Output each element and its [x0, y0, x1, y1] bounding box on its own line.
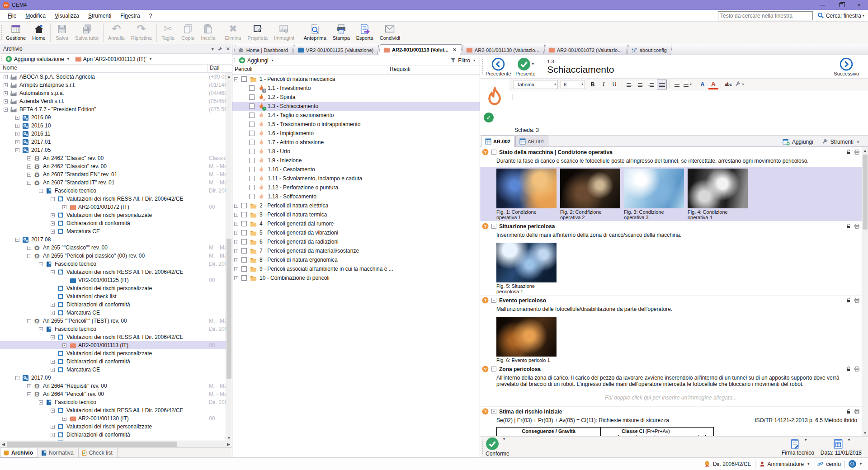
tree-row[interactable]: +Valutazioni dei rischi personalizzate — [0, 423, 232, 431]
evaluation-tab-ar-002[interactable]: AR-002 — [481, 136, 514, 147]
tree-row[interactable]: +Dichiarazioni di conformità — [0, 431, 232, 439]
tree-row[interactable]: +⚙An 2607 "Standard EN" rev. 01M. - Ma — [0, 170, 232, 179]
tree-row[interactable]: −Valutazioni dei rischi RESS All. I Dir.… — [0, 195, 232, 203]
tree-row[interactable]: −⚙An 2664 "Pericoli" rev. 00M. - Ma — [0, 390, 232, 398]
checkbox[interactable] — [241, 203, 247, 208]
pericoli-hazard-row[interactable]: 1.4 - Taglio o sezionamento — [232, 111, 480, 120]
pericoli-folder-row[interactable]: +8 - Pericoli di natura ergonomica — [232, 255, 480, 264]
tree-expander[interactable]: + — [4, 83, 8, 87]
tree-expander[interactable]: − — [234, 77, 238, 81]
bullet-list-button[interactable] — [672, 80, 682, 89]
tree-expander[interactable]: − — [39, 262, 43, 266]
scroll-up-icon[interactable]: ▲ — [226, 73, 232, 80]
scrollbar-thumb[interactable] — [7, 442, 177, 447]
tree-expander[interactable]: + — [27, 164, 31, 169]
align-justify-button[interactable] — [657, 80, 667, 89]
tree-expander[interactable]: − — [51, 409, 55, 413]
description-editor[interactable] — [509, 90, 868, 127]
tree-expander[interactable]: − — [51, 335, 55, 339]
tree-expander[interactable]: + — [27, 384, 31, 388]
successivo-button[interactable]: Successivo — [834, 57, 859, 76]
tree-row[interactable]: −Fascicolo tecnicoDir. 200 — [0, 398, 232, 406]
tree-row[interactable]: −2017.05 — [0, 146, 232, 154]
sidebar-tab-normativa[interactable]: Normativa — [38, 448, 79, 458]
scroll-down-icon[interactable]: ▼ — [226, 435, 232, 441]
scroll-down-icon[interactable]: ▼ — [862, 430, 868, 436]
checkbox[interactable] — [249, 149, 255, 154]
pericoli-hazard-row[interactable]: 1.11 - Scivolamento, inciampo e caduta — [232, 174, 480, 183]
tree-expander[interactable]: − — [27, 254, 31, 258]
data-valutazione-button[interactable]: ▾ Data: 11/01/2018 — [821, 438, 862, 456]
wrench-icon[interactable]: ▾ — [734, 80, 744, 89]
pericoli-hazard-row[interactable]: ?1.1 - Investimento — [232, 84, 480, 93]
align-left-button[interactable] — [624, 80, 634, 89]
checkbox[interactable] — [241, 275, 247, 281]
pericoli-hazard-row[interactable]: 1.6 - Impigliamento — [232, 129, 480, 138]
tree-row[interactable]: +AR2-001/001072 (IT)00 — [0, 203, 232, 211]
pericoli-folder-row[interactable]: +5 - Pericoli generati da vibrazioni — [232, 228, 480, 237]
tree-row[interactable]: VR2-001/001125 (IT)00 — [0, 276, 232, 284]
add-document-button[interactable]: Aggiungi — [781, 137, 815, 146]
tree-row[interactable]: +Dichiarazioni di conformità — [0, 357, 232, 366]
pin-icon[interactable] — [217, 47, 222, 52]
tree-expander[interactable]: + — [234, 213, 238, 217]
tree-row[interactable]: Valutazioni check list — [0, 292, 232, 301]
figure[interactable]: Fig. 5: Situazione pericolosa 1 — [496, 243, 557, 294]
tree-row[interactable]: +⚙An 2462 "Classic" rev. 00Classic — [0, 154, 232, 162]
tree-expander[interactable]: − — [27, 181, 31, 185]
tree-expander[interactable]: + — [51, 221, 55, 226]
ribbon-home-button[interactable]: Home — [29, 22, 49, 44]
tree-expander[interactable]: + — [234, 276, 238, 280]
tree-row[interactable]: −Valutazioni dei rischi RESS All. I Dir.… — [0, 406, 232, 414]
checkbox[interactable] — [249, 122, 255, 127]
tree-expander[interactable]: − — [4, 108, 8, 112]
minimize-button[interactable] — [814, 0, 832, 10]
ribbon-ripristina-button[interactable]: ↷Ripristina — [128, 22, 155, 44]
ribbon-stampa-button[interactable]: Stampa — [330, 22, 353, 44]
section-header[interactable]: ?−Evento pericoloso — [480, 295, 862, 305]
doc-tab[interactable]: AR2-001/001072 (Valutazio... — [544, 45, 628, 55]
font-size-select[interactable]: 8▾ — [561, 80, 585, 89]
sidebar-tab-archivio[interactable]: Archivio — [0, 448, 38, 458]
tree-row[interactable]: +Automatismi s.p.a.(04/468 — [0, 89, 232, 97]
sidebar-tab-checklist[interactable]: Check list — [79, 448, 118, 458]
pericoli-folder-row[interactable]: +7 - Pericoli generati da materiali/sost… — [232, 246, 480, 255]
tree-row[interactable]: +2016.10 — [0, 122, 232, 130]
ribbon-annulla-button[interactable]: ↶Annulla — [105, 22, 128, 44]
tree-expander[interactable]: + — [51, 433, 55, 437]
tree-row[interactable]: −BETA 4.7.7 - "President Edition"(075 59 — [0, 105, 232, 113]
figure[interactable]: Fig. 1: Condizione operativa 1 — [496, 169, 557, 220]
pericoli-folder-row[interactable]: +10 - Combinazione di pericoli — [232, 273, 480, 282]
tree-row[interactable]: −Valutazioni dei rischi RESS All. I Dir.… — [0, 333, 232, 341]
collapse-icon[interactable]: − — [491, 298, 496, 303]
close-panel-icon[interactable]: ✕ — [226, 46, 230, 52]
menu-finestra[interactable]: Finestra — [116, 11, 144, 20]
tree-expander[interactable]: + — [15, 132, 19, 136]
add-pericolo-button[interactable]: Aggiungi▾ — [237, 56, 275, 65]
tree-expander[interactable]: − — [27, 392, 31, 396]
tree-expander[interactable]: + — [234, 222, 238, 226]
checkbox[interactable] — [241, 257, 247, 263]
figure-image[interactable] — [496, 243, 557, 282]
tree-expander[interactable]: + — [27, 173, 31, 177]
pericoli-hazard-row[interactable]: 1.9 - Iniezione — [232, 156, 480, 165]
tree-expander[interactable]: + — [234, 249, 238, 253]
checkbox[interactable] — [249, 94, 255, 100]
tree-expander[interactable]: + — [234, 258, 238, 262]
tree-expander[interactable]: + — [51, 213, 55, 217]
ribbon-salva-tutto-button[interactable]: Salva tutto — [72, 22, 102, 44]
numbered-list-button[interactable]: ▾ — [683, 80, 693, 89]
evaluation-tab-ar-001[interactable]: AR-001 — [515, 136, 548, 146]
tree-expander[interactable]: − — [27, 319, 31, 323]
checkbox[interactable] — [249, 167, 255, 172]
figure[interactable]: Fig. 2: Condfizione operativa 2 — [560, 169, 620, 220]
checkbox[interactable] — [241, 230, 247, 235]
pericoli-hazard-row[interactable]: 1.7 - Attrito o abrasione — [232, 138, 480, 147]
menu-file[interactable]: File — [4, 11, 20, 20]
checkbox[interactable] — [241, 248, 247, 254]
tree-expander[interactable]: + — [62, 343, 66, 348]
add-valutazione-button[interactable]: Aggiungi valutazione▾ — [4, 55, 71, 63]
tree-expander[interactable]: + — [234, 231, 238, 235]
tree-row[interactable]: +ABOCA S.p.A. Società Agricola(+39 05 — [0, 73, 232, 81]
ribbon-elimina-button[interactable]: ✖Elimina — [222, 22, 244, 44]
